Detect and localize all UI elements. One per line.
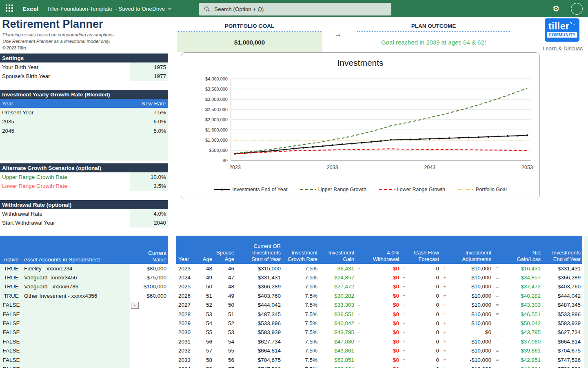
active-cell[interactable]: FALSE [0,310,22,319]
withdrawal-cell[interactable]: $0 [362,366,401,368]
end-of-year-cell[interactable]: $793,590 [542,366,582,368]
dropdown-button[interactable]: ▼ [131,302,139,309]
current-value-cell[interactable] [130,364,168,368]
gain-cell[interactable]: $27,472 [319,283,356,290]
current-value-cell[interactable] [130,337,168,346]
end-of-year-cell[interactable]: $403,760 [542,283,582,290]
cash-flow-cell[interactable]: 0 [407,320,441,326]
start-of-year-cell[interactable]: $487,345 [236,311,282,317]
withdrawal-cell[interactable]: $0 [362,293,401,299]
growth-rate-cell[interactable]: 7.5% [282,265,319,272]
document-title[interactable]: Tiller-Foundation-Template - Saved to On… [47,0,172,17]
active-cell[interactable]: FALSE [0,319,22,328]
net-gain-cell[interactable]: $34,857 [502,274,542,281]
age-cell[interactable]: 59 [193,366,214,368]
cash-flow-cell[interactable]: 0 [407,302,441,308]
gain-cell[interactable]: $47,080 [319,339,356,345]
adjustments-cell[interactable]: $10,000 [449,274,493,281]
year-cell[interactable]: 2024 [176,274,193,281]
year-cell[interactable]: 2027 [176,302,193,308]
growth-rate-cell[interactable]: 7.5% [282,366,319,368]
gain-cell[interactable]: $52,851 [319,357,356,363]
growth-rate-cell[interactable]: 7.5% [282,311,319,317]
start-of-year-cell[interactable]: $533,896 [236,320,282,326]
adjustments-cell[interactable]: -$10,000 [449,339,493,345]
withdrawal-cell[interactable]: $0 [362,265,401,272]
spouse-age-cell[interactable]: 52 [214,320,236,326]
start-of-year-cell[interactable]: $366,289 [236,283,282,290]
start-of-year-cell[interactable]: $704,675 [236,357,282,363]
growth-rate-cell[interactable]: 5.0% [130,126,168,135]
gain-cell[interactable]: $56,064 [319,366,356,368]
cash-flow-cell[interactable]: 0 [407,357,441,363]
age-cell[interactable]: 54 [193,320,214,326]
account-name-cell[interactable] [22,310,130,319]
adjustments-cell[interactable]: $10,000 [449,283,493,290]
account-name-cell[interactable]: Other Investment - xxxxx4356 [22,291,130,300]
spouse-age-cell[interactable]: 56 [214,357,236,363]
net-gain-cell[interactable]: $16,431 [502,265,542,272]
active-cell[interactable]: FALSE [0,337,22,346]
spouse-age-cell[interactable]: 55 [214,348,236,354]
end-of-year-cell[interactable]: $627,734 [542,329,582,335]
year-cell[interactable]: 2023 [176,265,193,272]
search-input[interactable] [213,6,370,13]
age-cell[interactable]: 50 [193,283,214,290]
end-of-year-cell[interactable]: $366,289 [542,274,582,281]
net-gain-cell[interactable]: $37,080 [502,339,542,345]
avatar[interactable] [571,3,583,15]
account-name-cell[interactable] [22,346,130,355]
search-box[interactable] [199,3,391,16]
current-value-cell[interactable] [130,328,168,337]
gear-icon[interactable]: ⚙ [552,3,560,14]
app-launcher-icon[interactable] [6,4,14,13]
withdrawal-cell[interactable]: $0 [362,302,401,308]
current-value-cell[interactable]: $60,000 [130,291,168,300]
spouse-age-cell[interactable]: 51 [214,311,236,317]
account-name-cell[interactable]: Vanguard - xxxxx6786 [22,282,130,291]
account-name-cell[interactable]: Vanguard -xxxxx3456 [22,273,130,282]
growth-rate-cell[interactable]: 7.5% [282,274,319,281]
learn-discuss-link[interactable]: Learn & Discuss [540,45,585,51]
year-cell[interactable]: 2033 [176,357,193,363]
current-value-cell[interactable] [130,346,168,355]
active-cell[interactable]: FALSE [0,328,22,337]
net-gain-cell[interactable]: $42,851 [502,357,542,363]
start-of-year-cell[interactable]: $664,814 [236,348,282,354]
birth-year-cell[interactable]: 1975 [130,62,168,71]
start-of-year-cell[interactable]: $627,734 [236,339,282,345]
end-of-year-cell[interactable]: $444,042 [542,293,582,299]
active-cell[interactable]: FALSE [0,355,22,364]
age-cell[interactable]: 57 [193,348,214,354]
adjustments-cell[interactable]: -$10,000 [449,348,493,354]
start-withdrawal-cell[interactable]: 2040 [130,218,168,227]
growth-rate-cell[interactable]: 7.5% [282,339,319,345]
spouse-age-cell[interactable]: 57 [214,366,236,368]
net-gain-cell[interactable]: $43,303 [502,302,542,308]
tiller-community-logo[interactable]: tiller`™ COMMUNITY [545,18,579,42]
adjustments-cell[interactable]: $10,000 [449,320,493,326]
spouse-age-cell[interactable]: 54 [214,339,236,345]
net-gain-cell[interactable]: $46,064 [502,366,542,368]
cash-flow-cell[interactable]: 0 [407,283,441,290]
growth-rate-cell[interactable]: 6.0% [130,117,168,126]
gain-cell[interactable]: $24,857 [319,274,356,281]
end-of-year-cell[interactable]: $533,896 [542,311,582,317]
withdrawal-cell[interactable]: $0 [362,311,401,317]
active-cell[interactable]: FALSE [0,301,22,310]
gain-cell[interactable]: $30,282 [319,293,356,299]
account-name-cell[interactable] [22,319,130,328]
withdrawal-cell[interactable]: $0 [362,339,401,345]
age-cell[interactable]: 52 [193,302,214,308]
growth-rate-cell[interactable]: 7.5% [282,329,319,335]
year-cell[interactable]: 2029 [176,320,193,326]
start-of-year-cell[interactable]: $747,526 [236,366,282,368]
account-name-cell[interactable] [22,301,130,310]
gain-cell[interactable]: $43,795 [319,329,356,335]
lower-range-cell[interactable]: 3.5% [130,181,168,190]
age-cell[interactable]: 49 [193,274,214,281]
account-name-cell[interactable] [22,337,130,346]
growth-rate-cell[interactable]: 7.5% [282,283,319,290]
spouse-age-cell[interactable]: 46 [214,265,236,272]
end-of-year-cell[interactable]: $487,345 [542,302,582,308]
